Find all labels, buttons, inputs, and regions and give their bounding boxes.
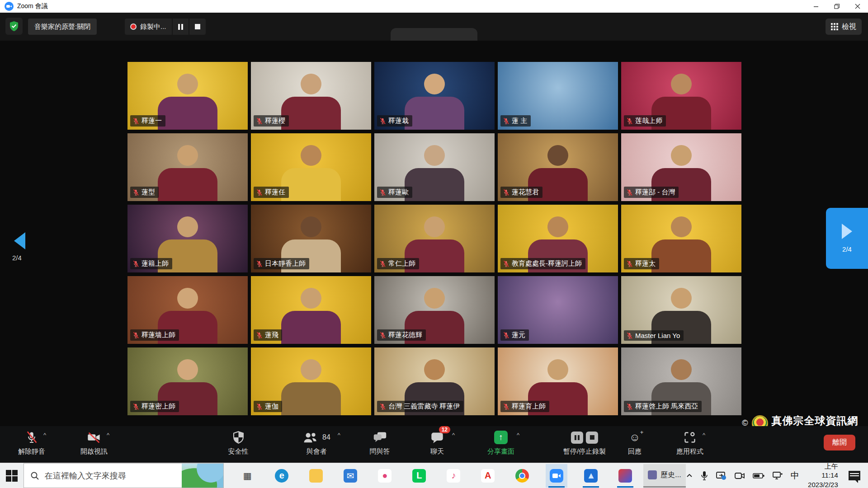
participant-tile[interactable]: 釋蓮櫻 — [251, 62, 371, 130]
participant-tile[interactable]: 釋蓮任 — [251, 133, 371, 201]
participant-tile[interactable]: 教育處處長-釋蓮訶上師 — [498, 205, 618, 272]
qa-button[interactable]: 問與答 — [370, 430, 390, 456]
close-button[interactable] — [847, 0, 868, 13]
search-highlight-image[interactable] — [182, 464, 223, 488]
tray-screenshare-icon[interactable] — [716, 471, 726, 481]
taskbar-clock[interactable]: 上午 11:14 2023/2/23 — [807, 462, 838, 488]
photos-app-icon[interactable]: ▲ — [580, 464, 602, 488]
participant-tile[interactable]: 台灣 三義雷藏寺 釋蓮伊 — [374, 347, 495, 415]
participant-tile[interactable]: 釋蓮歐 — [374, 133, 495, 201]
leave-button[interactable]: 離開 — [824, 435, 855, 450]
line-icon[interactable]: L — [408, 464, 430, 488]
participant-tile[interactable]: 釋蓮啓上師 馬來西亞 — [621, 347, 741, 415]
participant-name-label: 釋蓮櫻 — [254, 115, 289, 127]
tray-camera-icon[interactable] — [734, 471, 745, 480]
participant-name: 常仁上師 — [388, 259, 415, 268]
participant-name: 蓮伽 — [265, 402, 278, 411]
view-button[interactable]: 檢視 — [826, 19, 862, 35]
pause-recording-button[interactable] — [173, 19, 189, 35]
tray-network-icon[interactable] — [772, 471, 783, 480]
apps-button[interactable]: ^ 應用程式 — [676, 430, 703, 456]
acrobat-icon[interactable]: A — [477, 464, 499, 488]
security-button[interactable]: 安全性 — [228, 430, 249, 456]
unmute-button[interactable]: ^ 解除靜音 — [18, 430, 45, 456]
video-options-chevron[interactable]: ^ — [107, 432, 109, 438]
task-view-icon[interactable]: ▦ — [236, 464, 258, 488]
participant-name: 蓮 主 — [512, 117, 527, 125]
edge-icon[interactable]: e — [271, 464, 292, 488]
participant-tile[interactable]: 蓮伽 — [251, 347, 371, 415]
participant-tile[interactable]: 釋蓮太 — [621, 205, 741, 272]
participant-name-label: 釋蓮歐 — [377, 187, 412, 198]
participant-tile[interactable]: 蓮花慧君 — [498, 133, 618, 201]
tray-mic-icon[interactable] — [701, 471, 708, 481]
notification-center-button[interactable] — [846, 463, 863, 488]
muted-mic-icon — [379, 260, 386, 267]
qa-icon — [373, 431, 387, 444]
previous-page-arrow[interactable] — [14, 232, 25, 249]
participant-tile[interactable]: 日本靜香上師 — [251, 205, 371, 272]
mail-icon[interactable]: ✉ — [340, 464, 361, 488]
muted-mic-icon — [626, 403, 633, 410]
chat-button[interactable]: 12 ^ 聊天 — [430, 430, 444, 456]
participant-name: 釋蓮密上師 — [142, 402, 175, 411]
participant-tile[interactable]: 釋蓮栽 — [374, 62, 495, 130]
pause-stop-recording-button[interactable]: 暫停/停止錄製 — [563, 430, 606, 456]
participant-tile[interactable]: 釋蓮密上師 — [127, 347, 248, 415]
participant-tile[interactable]: 釋蓮墙上師 — [127, 276, 248, 344]
participant-tile[interactable]: 莲哉上师 — [621, 62, 741, 130]
toolbar-pause-icon[interactable] — [571, 432, 583, 444]
tray-chevron-up-icon[interactable] — [686, 472, 693, 479]
muted-mic-icon — [256, 189, 263, 196]
original-sound-button[interactable]: 音樂家的原聲:關閉 — [28, 19, 97, 35]
participant-name-label: 蓮籍上師 — [130, 258, 172, 269]
participants-chevron[interactable]: ^ — [338, 432, 340, 438]
participant-tile[interactable]: 釋蓮郘 - 台灣 — [621, 133, 741, 201]
participant-tile[interactable]: 蓮 主 — [498, 62, 618, 130]
pink-app-icon[interactable]: ● — [374, 464, 396, 488]
apps-chevron[interactable]: ^ — [703, 432, 705, 438]
start-button[interactable] — [0, 463, 24, 488]
participant-tile[interactable]: 蓮籍上師 — [127, 205, 248, 272]
participants-button[interactable]: 84 ^ 與會者 — [302, 430, 330, 456]
mic-options-chevron[interactable]: ^ — [43, 432, 46, 438]
share-chevron[interactable]: ^ — [517, 432, 519, 438]
participant-tile[interactable]: 蓮飛 — [251, 276, 371, 344]
chat-chevron[interactable]: ^ — [452, 432, 455, 438]
participant-tile[interactable]: 釋蓮育上師 — [498, 347, 618, 415]
start-video-button[interactable]: ^ 開啟視訊 — [80, 430, 108, 456]
share-screen-button[interactable]: ↑ ^ 分享畫面 — [487, 430, 514, 456]
title-bar: Zoom 會議 — [0, 0, 868, 13]
windows-taskbar: 在這裡輸入文字來搜尋 ▦e✉●L♪A▲ 歷史... 中 上午 11:14 202… — [0, 463, 868, 488]
muted-mic-icon — [503, 260, 509, 267]
music-app-icon[interactable]: ♪ — [443, 464, 464, 488]
muted-mic-icon — [256, 117, 263, 125]
muted-mic-icon — [132, 117, 139, 125]
participant-name-label: 蓮花慧君 — [500, 187, 542, 198]
chrome-icon[interactable] — [511, 464, 533, 488]
taskbar-window-history[interactable]: 歷史... — [643, 464, 685, 488]
reactions-smiley-icon: ☺ — [629, 432, 641, 443]
participant-name: 蓮元 — [512, 331, 525, 339]
zoom-app-logo-icon — [5, 2, 14, 11]
taskbar-search-input[interactable]: 在這裡輸入文字來搜尋 — [24, 463, 224, 488]
toolbar-stop-icon[interactable] — [586, 432, 598, 444]
file-explorer-icon[interactable] — [305, 464, 327, 488]
next-page-panel[interactable]: 2/4 — [826, 208, 868, 269]
participant-tile[interactable]: 釋蓮一 — [127, 62, 248, 130]
colorful-app-icon[interactable] — [614, 464, 636, 488]
participant-tile[interactable]: 釋蓮花德輝 — [374, 276, 495, 344]
muted-mic-icon — [256, 260, 263, 267]
security-shield-button[interactable] — [5, 18, 23, 35]
tray-battery-icon[interactable] — [753, 472, 764, 479]
participant-tile[interactable]: Master Lian Yo — [621, 276, 741, 344]
minimize-button[interactable] — [806, 0, 826, 13]
zoom-app-icon[interactable] — [546, 464, 567, 488]
restore-button[interactable] — [826, 0, 847, 13]
reactions-button[interactable]: ☺ + 回應 — [628, 430, 642, 456]
participant-tile[interactable]: 蓮元 — [498, 276, 618, 344]
participant-tile[interactable]: 蓮型 — [127, 133, 248, 201]
participant-tile[interactable]: 常仁上師 — [374, 205, 495, 272]
stop-recording-button[interactable] — [189, 19, 206, 35]
ime-indicator[interactable]: 中 — [791, 470, 799, 482]
